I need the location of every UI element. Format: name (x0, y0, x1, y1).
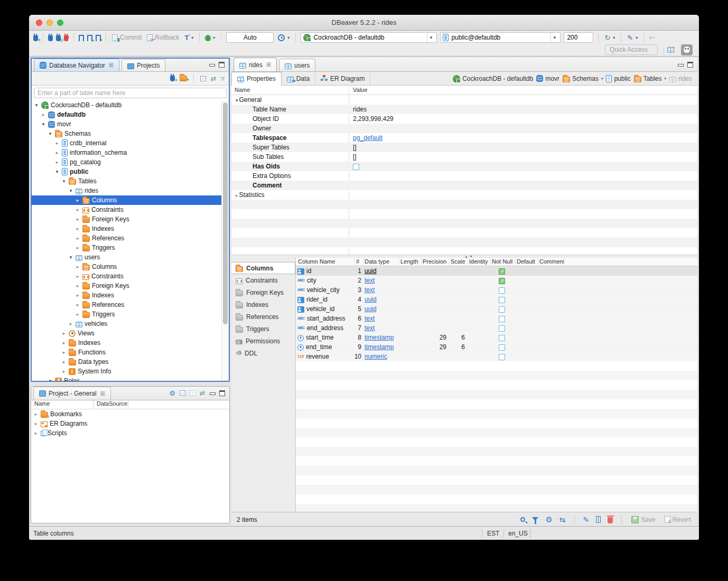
connection-new-icon[interactable]: + (33, 35, 38, 41)
column-header[interactable]: Column Name (298, 258, 335, 265)
column-row[interactable]: end_time9timestamp296 (296, 342, 697, 352)
transaction-log-button[interactable]: ▾ (277, 32, 291, 43)
property-row[interactable]: Has Oids (231, 162, 697, 171)
column-row[interactable]: ABCvehicle_city3text (296, 285, 697, 295)
tree-item[interactable]: Triggers (32, 310, 221, 319)
column-header[interactable]: Value (353, 87, 367, 93)
tree-item[interactable]: Foreign Keys (32, 214, 221, 224)
property-row[interactable]: Extra Options (231, 171, 697, 181)
timezone-indicator[interactable]: EST (487, 530, 499, 537)
tree-item[interactable]: Triggers (32, 243, 221, 252)
expander-icon[interactable] (33, 421, 39, 426)
expander-icon[interactable] (75, 198, 80, 203)
maximize-editor-icon[interactable] (687, 62, 693, 68)
rollback-button[interactable]: ↩ Rollback (146, 32, 180, 43)
close-icon[interactable]: ☒ (100, 391, 105, 397)
datatype-link[interactable]: uuid (365, 296, 377, 303)
close-icon[interactable]: ☒ (109, 62, 114, 68)
expander-icon[interactable] (61, 369, 67, 374)
tree-item[interactable]: Indexes (32, 338, 221, 348)
gear-icon[interactable]: ⚙ (169, 390, 175, 397)
expander-icon[interactable] (75, 217, 80, 222)
column-header[interactable]: Length (400, 258, 418, 265)
tree-item[interactable]: Constraints (32, 271, 221, 281)
expander-icon[interactable] (41, 121, 46, 127)
property-row[interactable]: Super Tables[] (231, 143, 697, 152)
column-header[interactable]: Default (517, 258, 535, 265)
tree-item[interactable]: Constraints (32, 205, 221, 214)
tree-item[interactable]: rides (32, 186, 221, 195)
property-row[interactable]: Table Namerides (231, 105, 697, 114)
collapse-all-icon[interactable]: − (200, 76, 206, 81)
search-icon[interactable] (520, 517, 525, 522)
tree-item[interactable]: Views (32, 329, 221, 338)
expander-icon[interactable] (61, 340, 67, 345)
column-row[interactable]: 123revenue10numeric (296, 352, 697, 361)
not-null-checkbox[interactable] (499, 278, 505, 284)
expander-icon[interactable] (33, 411, 39, 417)
view-menu-icon[interactable]: ▽ (221, 76, 225, 81)
tree-item[interactable]: Columns (32, 262, 221, 271)
expander-icon[interactable] (48, 378, 53, 381)
subtab-er-diagram[interactable]: ER Diagram (315, 72, 370, 85)
tree-item[interactable]: vehicles (32, 319, 221, 329)
table-filter-input[interactable] (34, 88, 227, 98)
expander-icon[interactable] (75, 207, 80, 212)
subtab-properties[interactable]: Properties (231, 72, 282, 86)
column-header[interactable]: DataSource (94, 400, 128, 409)
column-row[interactable]: rider_id4uuid (296, 295, 697, 304)
expander-icon[interactable] (75, 264, 80, 269)
sql-editor-icon[interactable] (79, 35, 84, 41)
save-button[interactable]: Save (630, 514, 656, 526)
undo-icon[interactable]: ↩ (649, 34, 655, 41)
minimize-view-icon[interactable] (209, 62, 214, 67)
breadcrumb-tables[interactable]: Tables▾ (634, 75, 666, 82)
datatype-link[interactable]: timestamp (365, 343, 394, 351)
breadcrumb-schemas[interactable]: Schemas▾ (563, 75, 603, 82)
paint-button[interactable]: ✎▾ (626, 32, 639, 43)
revert-button[interactable]: Revert (664, 514, 692, 526)
tree-item[interactable]: Data types (32, 357, 221, 367)
property-row[interactable]: Tablespacepg_default (231, 133, 697, 143)
datatype-link[interactable]: text (365, 324, 375, 332)
tree-item[interactable]: Tables (32, 176, 221, 186)
expander-icon[interactable] (61, 350, 67, 355)
tree-item[interactable]: Schemas (32, 129, 221, 138)
expander-icon[interactable] (75, 236, 80, 241)
not-null-checkbox[interactable] (499, 354, 505, 360)
datatype-link[interactable]: uuid (365, 305, 377, 313)
tablespace-link[interactable]: pg_default (353, 134, 382, 142)
navigator-scrollbar[interactable] (221, 100, 229, 381)
tree-item[interactable]: References (32, 233, 221, 243)
tree-item[interactable]: movr (32, 119, 221, 129)
expander-icon[interactable] (75, 245, 80, 250)
locale-indicator[interactable]: en_US (508, 530, 528, 537)
not-null-checkbox[interactable] (499, 287, 505, 294)
dbeaver-perspective-icon[interactable] (681, 44, 693, 55)
not-null-checkbox[interactable] (499, 316, 505, 322)
expander-icon[interactable] (41, 112, 46, 117)
datatype-link[interactable]: uuid (365, 267, 377, 275)
fetch-size-input[interactable] (564, 32, 593, 43)
tab-database-navigator[interactable]: Database Navigator ☒ (34, 59, 119, 71)
tree-item[interactable]: iSystem Info (32, 367, 221, 376)
vtab-foreign-keys[interactable]: Foreign Keys (231, 286, 295, 298)
minimize-view-icon[interactable] (209, 390, 215, 396)
tab-projects[interactable]: Projects (122, 59, 165, 71)
gear-icon[interactable]: ⚙ (545, 516, 552, 523)
close-icon[interactable]: ☒ (266, 62, 271, 68)
column-header[interactable]: # (356, 258, 359, 265)
property-row[interactable]: Object ID2,293,998,429 (231, 114, 697, 124)
disconnect-icon[interactable]: ✕ (64, 35, 69, 41)
expander-icon[interactable] (54, 140, 60, 146)
expander-icon[interactable] (54, 160, 60, 165)
column-row[interactable]: id1uuid (296, 266, 697, 276)
expander-icon[interactable] (61, 359, 67, 364)
chevron-down-icon[interactable]: ▼ (550, 33, 558, 42)
column-header[interactable]: Identity (469, 258, 488, 265)
link-with-editor-icon[interactable]: ⇄ (200, 390, 205, 396)
expander-icon[interactable] (68, 321, 73, 326)
tree-item[interactable]: CockroachDB - defaultdb (32, 100, 221, 110)
tree-item[interactable]: Indexes (32, 290, 221, 300)
property-row[interactable]: ▾General (231, 95, 697, 105)
